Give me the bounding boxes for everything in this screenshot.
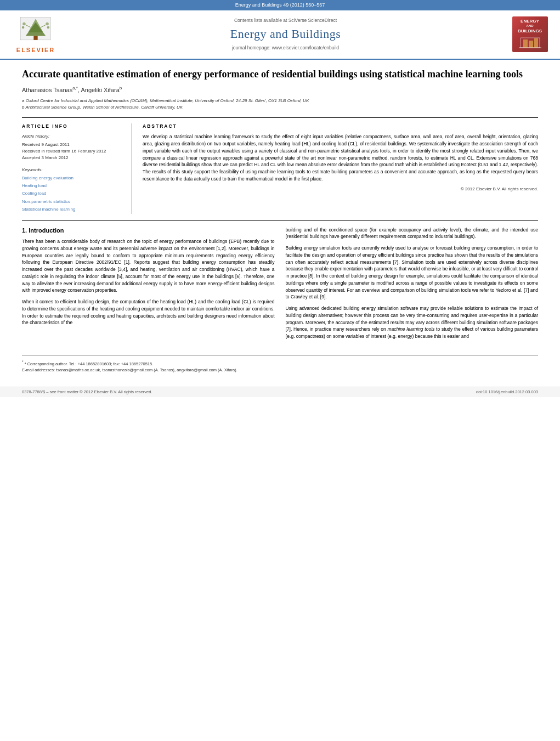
homepage-text: journal homepage: www.elsevier.com/locat…	[232, 45, 339, 50]
elsevier-brand-text: ELSEVIER	[16, 46, 55, 54]
journal-logo-right: ENERGY AND BUILDINGS	[511, 16, 549, 52]
svg-point-6	[22, 22, 25, 25]
footnote-section: * * Corresponding author. Tel.: +44 1865…	[22, 355, 538, 373]
article-title: Accurate quantitative estimation of ener…	[22, 68, 538, 81]
keyword-1: Building energy evaluation	[22, 174, 123, 182]
doi-text: doi:10.1016/j.enbuild.2012.03.003	[476, 389, 538, 395]
logo-box-text: ENERGY AND BUILDINGS	[518, 19, 542, 50]
affiliation-a: a Oxford Centre for Industrial and Appli…	[22, 98, 538, 104]
abstract-body: We develop a statistical machine learnin…	[143, 134, 538, 182]
sciverse-text: Contents lists available at SciVerse Sci…	[234, 18, 337, 23]
abstract-column: ABSTRACT We develop a statistical machin…	[143, 123, 538, 213]
elsevier-logo: ELSEVIER	[11, 15, 60, 54]
footnote-corresponding: * * Corresponding author. Tel.: +44 1865…	[22, 359, 538, 367]
journal-title: Energy and Buildings	[66, 26, 505, 43]
svg-point-8	[22, 26, 25, 29]
journal-header: ELSEVIER Contents lists available at Sci…	[0, 10, 560, 60]
introduction-right: building and of the conditioned space (f…	[286, 227, 539, 344]
svg-rect-12	[529, 41, 533, 48]
bottom-bar: 0378-7788/$ – see front matter © 2012 El…	[0, 387, 560, 398]
keyword-5: Statistical machine learning	[22, 206, 123, 213]
intro-right-paragraph-2: Building energy simulation tools are cur…	[286, 245, 539, 301]
svg-point-9	[47, 26, 50, 29]
license-text: 0378-7788/$ – see front matter © 2012 El…	[22, 389, 152, 395]
article-info-column: ARTICLE INFO Article history: Received 9…	[22, 123, 132, 213]
svg-rect-13	[534, 38, 538, 48]
intro-paragraph-2: When it comes to efficient building desi…	[22, 298, 275, 326]
introduction-two-col: 1. Introduction There has been a conside…	[22, 227, 538, 344]
affiliations: a Oxford Centre for Industrial and Appli…	[22, 98, 538, 111]
authors-line: Athanasios Tsanasa,*, Angeliki Xifarab	[22, 85, 538, 94]
article-info-abstract-section: ARTICLE INFO Article history: Received 9…	[22, 117, 538, 213]
section-title-text: Introduction	[29, 227, 64, 234]
abstract-header: ABSTRACT	[143, 123, 538, 130]
revised-date: Received in revised form 16 February 201…	[22, 148, 123, 155]
intro-right-paragraph-3: Using advanced dedicated building energy…	[286, 305, 539, 340]
received-date: Received 9 August 2011	[22, 142, 123, 148]
svg-rect-3	[33, 36, 37, 39]
article-history-section: Article history: Received 9 August 2011 …	[22, 133, 123, 161]
journal-logo-box: ENERGY AND BUILDINGS	[512, 16, 548, 52]
intro-paragraph-1: There has been a considerable body of re…	[22, 238, 275, 294]
affiliation-b: b Architectural Science Group, Welsh Sch…	[22, 104, 538, 111]
author2-name: , Angeliki Xifara	[78, 87, 120, 93]
copyright-line: © 2012 Elsevier B.V. All rights reserved…	[143, 186, 538, 192]
author2-affiliation: b	[120, 86, 122, 90]
keyword-2: Heating load	[22, 182, 123, 190]
introduction-left: 1. Introduction There has been a conside…	[22, 227, 275, 344]
accepted-date: Accepted 3 March 2012	[22, 155, 123, 161]
elsevier-tree-icon	[16, 15, 55, 45]
top-bar: Energy and Buildings 49 (2012) 560–567	[0, 0, 560, 10]
footnote-corresponding-text: * Corresponding author. Tel.: +44 186528…	[25, 361, 154, 366]
keyword-4: Non-parametric statistics	[22, 198, 123, 206]
author1-name: Athanasios Tsanas	[22, 87, 72, 93]
journal-center: Contents lists available at SciVerse Sci…	[66, 18, 505, 52]
keywords-section: Keywords: Building energy evaluation Hea…	[22, 167, 123, 214]
footnote-email: E-mail addresses: tsanas@maths.ox.ac.uk,…	[22, 367, 538, 373]
svg-rect-11	[523, 39, 528, 48]
footnote-email-text: E-mail addresses: tsanas@maths.ox.ac.uk,…	[22, 367, 237, 372]
history-label: Article history:	[22, 133, 123, 139]
abstract-text: We develop a statistical machine learnin…	[143, 133, 538, 182]
author1-affiliation: a,*	[72, 86, 78, 90]
article-info-header: ARTICLE INFO	[22, 123, 123, 130]
introduction-section: 1. Introduction There has been a conside…	[22, 220, 538, 373]
sciverse-link: Contents lists available at SciVerse Sci…	[66, 18, 505, 24]
main-content: Accurate quantitative estimation of ener…	[0, 60, 560, 387]
journal-homepage: journal homepage: www.elsevier.com/locat…	[66, 45, 505, 52]
intro-right-paragraph-1: building and of the conditioned space (f…	[286, 227, 539, 241]
keyword-3: Cooling load	[22, 190, 123, 197]
svg-point-7	[46, 22, 49, 25]
section-number: 1.	[22, 227, 27, 234]
intro-section-title: 1. Introduction	[22, 227, 275, 235]
keywords-label: Keywords:	[22, 167, 123, 173]
page: Energy and Buildings 49 (2012) 560–567 E…	[0, 0, 560, 741]
journal-citation: Energy and Buildings 49 (2012) 560–567	[235, 2, 325, 8]
